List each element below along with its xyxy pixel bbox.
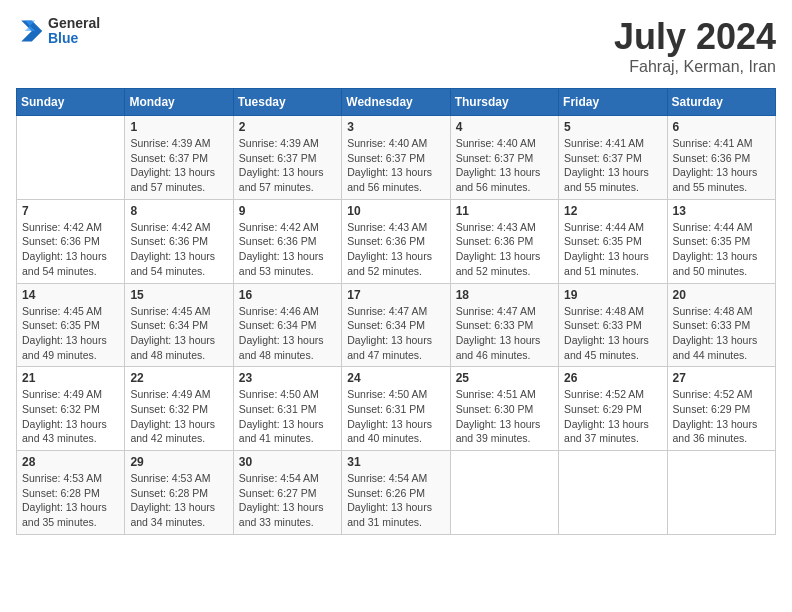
calendar-cell: 23Sunrise: 4:50 AM Sunset: 6:31 PM Dayli… xyxy=(233,367,341,451)
logo-general-text: General xyxy=(48,15,100,31)
day-info: Sunrise: 4:47 AM Sunset: 6:34 PM Dayligh… xyxy=(347,304,444,363)
day-info: Sunrise: 4:47 AM Sunset: 6:33 PM Dayligh… xyxy=(456,304,553,363)
day-info: Sunrise: 4:45 AM Sunset: 6:35 PM Dayligh… xyxy=(22,304,119,363)
day-number: 15 xyxy=(130,288,227,302)
calendar-cell: 25Sunrise: 4:51 AM Sunset: 6:30 PM Dayli… xyxy=(450,367,558,451)
day-info: Sunrise: 4:42 AM Sunset: 6:36 PM Dayligh… xyxy=(130,220,227,279)
day-info: Sunrise: 4:46 AM Sunset: 6:34 PM Dayligh… xyxy=(239,304,336,363)
day-number: 10 xyxy=(347,204,444,218)
day-info: Sunrise: 4:43 AM Sunset: 6:36 PM Dayligh… xyxy=(347,220,444,279)
day-number: 1 xyxy=(130,120,227,134)
day-number: 4 xyxy=(456,120,553,134)
day-number: 9 xyxy=(239,204,336,218)
day-info: Sunrise: 4:48 AM Sunset: 6:33 PM Dayligh… xyxy=(564,304,661,363)
calendar-cell: 9Sunrise: 4:42 AM Sunset: 6:36 PM Daylig… xyxy=(233,199,341,283)
calendar-cell: 21Sunrise: 4:49 AM Sunset: 6:32 PM Dayli… xyxy=(17,367,125,451)
calendar-cell: 28Sunrise: 4:53 AM Sunset: 6:28 PM Dayli… xyxy=(17,451,125,535)
logo-blue-text: Blue xyxy=(48,30,78,46)
day-info: Sunrise: 4:39 AM Sunset: 6:37 PM Dayligh… xyxy=(130,136,227,195)
weekday-header: Thursday xyxy=(450,89,558,116)
calendar-week-row: 21Sunrise: 4:49 AM Sunset: 6:32 PM Dayli… xyxy=(17,367,776,451)
calendar-week-row: 7Sunrise: 4:42 AM Sunset: 6:36 PM Daylig… xyxy=(17,199,776,283)
weekday-header: Tuesday xyxy=(233,89,341,116)
day-info: Sunrise: 4:44 AM Sunset: 6:35 PM Dayligh… xyxy=(673,220,770,279)
day-number: 24 xyxy=(347,371,444,385)
day-info: Sunrise: 4:49 AM Sunset: 6:32 PM Dayligh… xyxy=(130,387,227,446)
calendar-cell: 29Sunrise: 4:53 AM Sunset: 6:28 PM Dayli… xyxy=(125,451,233,535)
calendar-cell: 18Sunrise: 4:47 AM Sunset: 6:33 PM Dayli… xyxy=(450,283,558,367)
day-number: 30 xyxy=(239,455,336,469)
day-number: 20 xyxy=(673,288,770,302)
day-number: 5 xyxy=(564,120,661,134)
day-info: Sunrise: 4:41 AM Sunset: 6:37 PM Dayligh… xyxy=(564,136,661,195)
day-number: 7 xyxy=(22,204,119,218)
calendar-cell: 14Sunrise: 4:45 AM Sunset: 6:35 PM Dayli… xyxy=(17,283,125,367)
page-subtitle: Fahraj, Kerman, Iran xyxy=(614,58,776,76)
day-info: Sunrise: 4:42 AM Sunset: 6:36 PM Dayligh… xyxy=(239,220,336,279)
day-number: 26 xyxy=(564,371,661,385)
day-info: Sunrise: 4:49 AM Sunset: 6:32 PM Dayligh… xyxy=(22,387,119,446)
calendar-cell: 20Sunrise: 4:48 AM Sunset: 6:33 PM Dayli… xyxy=(667,283,775,367)
calendar-cell: 26Sunrise: 4:52 AM Sunset: 6:29 PM Dayli… xyxy=(559,367,667,451)
day-number: 8 xyxy=(130,204,227,218)
calendar-header: SundayMondayTuesdayWednesdayThursdayFrid… xyxy=(17,89,776,116)
day-info: Sunrise: 4:54 AM Sunset: 6:26 PM Dayligh… xyxy=(347,471,444,530)
calendar-cell: 13Sunrise: 4:44 AM Sunset: 6:35 PM Dayli… xyxy=(667,199,775,283)
day-number: 22 xyxy=(130,371,227,385)
calendar-cell: 1Sunrise: 4:39 AM Sunset: 6:37 PM Daylig… xyxy=(125,116,233,200)
weekday-header: Sunday xyxy=(17,89,125,116)
logo: General Blue xyxy=(16,16,100,47)
day-number: 17 xyxy=(347,288,444,302)
day-number: 18 xyxy=(456,288,553,302)
page-title: July 2024 xyxy=(614,16,776,58)
title-area: July 2024 Fahraj, Kerman, Iran xyxy=(614,16,776,76)
day-number: 23 xyxy=(239,371,336,385)
day-info: Sunrise: 4:50 AM Sunset: 6:31 PM Dayligh… xyxy=(239,387,336,446)
day-number: 2 xyxy=(239,120,336,134)
calendar-cell: 10Sunrise: 4:43 AM Sunset: 6:36 PM Dayli… xyxy=(342,199,450,283)
day-info: Sunrise: 4:53 AM Sunset: 6:28 PM Dayligh… xyxy=(130,471,227,530)
calendar-cell: 12Sunrise: 4:44 AM Sunset: 6:35 PM Dayli… xyxy=(559,199,667,283)
logo-icon xyxy=(16,17,44,45)
day-number: 27 xyxy=(673,371,770,385)
calendar-cell: 30Sunrise: 4:54 AM Sunset: 6:27 PM Dayli… xyxy=(233,451,341,535)
weekday-header: Monday xyxy=(125,89,233,116)
day-info: Sunrise: 4:41 AM Sunset: 6:36 PM Dayligh… xyxy=(673,136,770,195)
calendar-cell: 5Sunrise: 4:41 AM Sunset: 6:37 PM Daylig… xyxy=(559,116,667,200)
weekday-header: Wednesday xyxy=(342,89,450,116)
day-info: Sunrise: 4:48 AM Sunset: 6:33 PM Dayligh… xyxy=(673,304,770,363)
calendar-cell xyxy=(450,451,558,535)
day-info: Sunrise: 4:44 AM Sunset: 6:35 PM Dayligh… xyxy=(564,220,661,279)
calendar-table: SundayMondayTuesdayWednesdayThursdayFrid… xyxy=(16,88,776,535)
day-info: Sunrise: 4:40 AM Sunset: 6:37 PM Dayligh… xyxy=(347,136,444,195)
calendar-cell: 8Sunrise: 4:42 AM Sunset: 6:36 PM Daylig… xyxy=(125,199,233,283)
calendar-cell: 15Sunrise: 4:45 AM Sunset: 6:34 PM Dayli… xyxy=(125,283,233,367)
calendar-cell: 4Sunrise: 4:40 AM Sunset: 6:37 PM Daylig… xyxy=(450,116,558,200)
calendar-cell: 31Sunrise: 4:54 AM Sunset: 6:26 PM Dayli… xyxy=(342,451,450,535)
calendar-cell: 3Sunrise: 4:40 AM Sunset: 6:37 PM Daylig… xyxy=(342,116,450,200)
day-number: 12 xyxy=(564,204,661,218)
day-number: 29 xyxy=(130,455,227,469)
day-number: 25 xyxy=(456,371,553,385)
day-number: 6 xyxy=(673,120,770,134)
day-number: 13 xyxy=(673,204,770,218)
calendar-cell: 24Sunrise: 4:50 AM Sunset: 6:31 PM Dayli… xyxy=(342,367,450,451)
calendar-week-row: 14Sunrise: 4:45 AM Sunset: 6:35 PM Dayli… xyxy=(17,283,776,367)
day-info: Sunrise: 4:40 AM Sunset: 6:37 PM Dayligh… xyxy=(456,136,553,195)
day-number: 16 xyxy=(239,288,336,302)
day-info: Sunrise: 4:43 AM Sunset: 6:36 PM Dayligh… xyxy=(456,220,553,279)
day-number: 31 xyxy=(347,455,444,469)
calendar-cell: 27Sunrise: 4:52 AM Sunset: 6:29 PM Dayli… xyxy=(667,367,775,451)
day-info: Sunrise: 4:52 AM Sunset: 6:29 PM Dayligh… xyxy=(673,387,770,446)
day-info: Sunrise: 4:42 AM Sunset: 6:36 PM Dayligh… xyxy=(22,220,119,279)
calendar-cell: 6Sunrise: 4:41 AM Sunset: 6:36 PM Daylig… xyxy=(667,116,775,200)
calendar-week-row: 28Sunrise: 4:53 AM Sunset: 6:28 PM Dayli… xyxy=(17,451,776,535)
day-number: 14 xyxy=(22,288,119,302)
day-info: Sunrise: 4:51 AM Sunset: 6:30 PM Dayligh… xyxy=(456,387,553,446)
day-number: 3 xyxy=(347,120,444,134)
calendar-cell: 17Sunrise: 4:47 AM Sunset: 6:34 PM Dayli… xyxy=(342,283,450,367)
calendar-cell xyxy=(17,116,125,200)
weekday-header: Saturday xyxy=(667,89,775,116)
calendar-cell: 16Sunrise: 4:46 AM Sunset: 6:34 PM Dayli… xyxy=(233,283,341,367)
day-info: Sunrise: 4:45 AM Sunset: 6:34 PM Dayligh… xyxy=(130,304,227,363)
